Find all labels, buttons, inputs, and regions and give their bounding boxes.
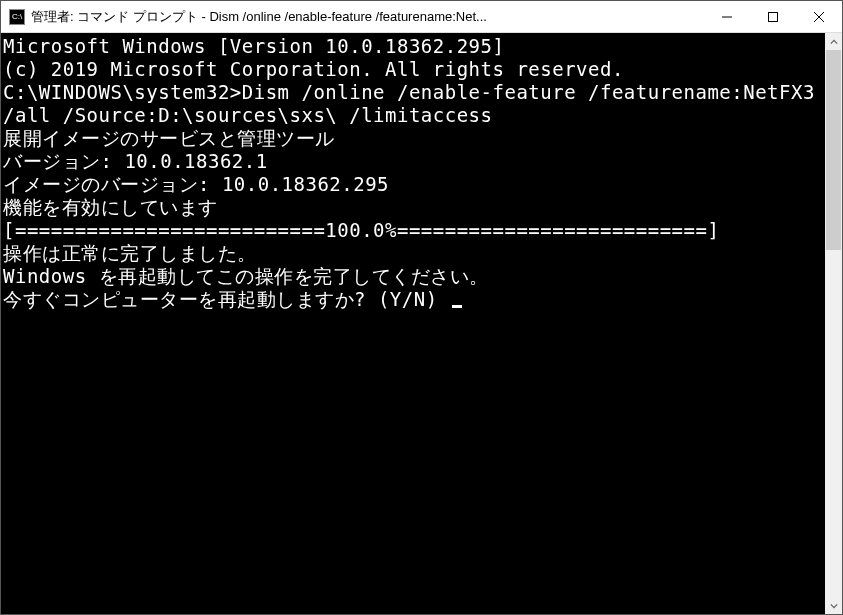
scroll-up-button[interactable] <box>825 33 842 50</box>
titlebar[interactable]: C:\ 管理者: コマンド プロンプト - Dism /online /enab… <box>1 1 842 33</box>
app-icon: C:\ <box>9 9 25 25</box>
chevron-down-icon <box>830 602 838 610</box>
terminal-output[interactable]: Microsoft Windows [Version 10.0.18362.29… <box>1 33 825 614</box>
terminal-line: [==========================100.0%=======… <box>3 219 823 242</box>
close-icon <box>814 12 824 22</box>
svg-rect-1 <box>769 12 778 21</box>
minimize-icon <box>722 12 732 22</box>
maximize-button[interactable] <box>750 1 796 32</box>
terminal-cursor <box>452 305 462 308</box>
terminal-line: イメージのバージョン: 10.0.18362.295 <box>3 173 823 196</box>
chevron-up-icon <box>830 38 838 46</box>
terminal-line: C:\WINDOWS\system32>Dism /online /enable… <box>3 81 823 127</box>
command-prompt-window: C:\ 管理者: コマンド プロンプト - Dism /online /enab… <box>0 0 843 615</box>
scrollbar-track[interactable] <box>825 50 842 597</box>
terminal-line: Microsoft Windows [Version 10.0.18362.29… <box>3 35 823 58</box>
close-button[interactable] <box>796 1 842 32</box>
scroll-down-button[interactable] <box>825 597 842 614</box>
vertical-scrollbar[interactable] <box>825 33 842 614</box>
terminal-line: 展開イメージのサービスと管理ツール <box>3 127 823 150</box>
scrollbar-thumb[interactable] <box>826 50 841 250</box>
minimize-button[interactable] <box>704 1 750 32</box>
terminal-line: 機能を有効にしています <box>3 196 823 219</box>
terminal-line: バージョン: 10.0.18362.1 <box>3 150 823 173</box>
maximize-icon <box>768 12 778 22</box>
terminal-line: (c) 2019 Microsoft Corporation. All righ… <box>3 58 823 81</box>
terminal-area: Microsoft Windows [Version 10.0.18362.29… <box>1 33 842 614</box>
terminal-line: 操作は正常に完了しました。 <box>3 242 823 265</box>
terminal-line: 今すぐコンピューターを再起動しますか? (Y/N) <box>3 288 823 311</box>
window-title: 管理者: コマンド プロンプト - Dism /online /enable-f… <box>31 8 704 26</box>
terminal-line: Windows を再起動してこの操作を完了してください。 <box>3 265 823 288</box>
window-controls <box>704 1 842 32</box>
